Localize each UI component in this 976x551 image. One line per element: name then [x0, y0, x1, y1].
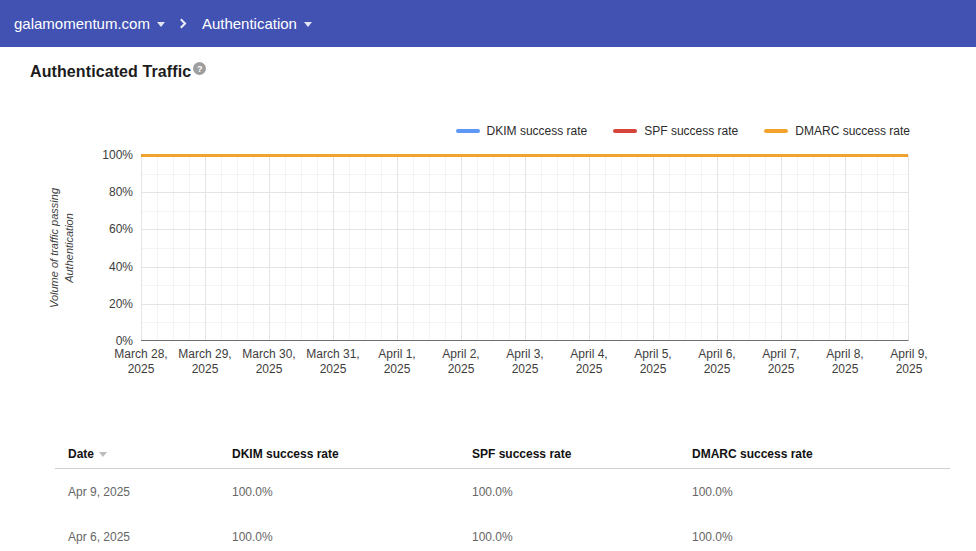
dmarc-legend-label: DMARC success rate	[795, 124, 910, 138]
caret-down-icon	[157, 22, 165, 27]
legend-item-spf: SPF success rate	[613, 124, 738, 138]
chart-legend: DKIM success rate SPF success rate DMARC…	[456, 124, 910, 138]
dmarc-series-line	[141, 154, 908, 157]
cell-date: Apr 9, 2025	[55, 485, 219, 499]
cell-spf: 100.0%	[459, 530, 679, 544]
dkim-legend-label: DKIM success rate	[487, 124, 588, 138]
cell-spf: 100.0%	[459, 485, 679, 499]
domain-selector-label: galamomentum.com	[14, 15, 150, 32]
postmaster-authentication-page: galamomentum.com Authentication Authenti…	[0, 0, 976, 551]
table-header-row: Date DKIM success rate SPF success rate …	[55, 440, 950, 469]
y-axis-tick-labels: 100% 80% 60% 40% 20% 0%	[0, 155, 133, 341]
dmarc-legend-swatch	[764, 129, 788, 133]
spf-legend-swatch	[613, 129, 637, 133]
cell-dmarc: 100.0%	[679, 485, 950, 499]
plot-area	[141, 155, 909, 341]
legend-item-dmarc: DMARC success rate	[764, 124, 910, 138]
sort-desc-icon	[99, 452, 107, 457]
x-tick: April 9,2025	[869, 347, 949, 377]
column-header-date[interactable]: Date	[55, 447, 219, 461]
y-tick-80: 80%	[0, 186, 133, 198]
help-icon[interactable]: ?	[193, 62, 206, 75]
cell-dkim: 100.0%	[219, 485, 459, 499]
section-selector-label: Authentication	[202, 15, 297, 32]
page-title: Authenticated Traffic	[30, 63, 191, 81]
cell-dmarc: 100.0%	[679, 530, 950, 544]
cell-dkim: 100.0%	[219, 530, 459, 544]
auth-results-table: Date DKIM success rate SPF success rate …	[55, 440, 950, 551]
domain-selector[interactable]: galamomentum.com	[14, 15, 165, 32]
legend-item-dkim: DKIM success rate	[456, 124, 588, 138]
y-tick-0: 0%	[0, 335, 133, 347]
caret-down-icon	[304, 22, 312, 27]
breadcrumb-chevron-icon	[176, 19, 186, 29]
x-axis-tick-labels: March 28,2025 March 29,2025 March 30,202…	[141, 347, 909, 379]
cell-date: Apr 6, 2025	[55, 530, 219, 544]
dkim-legend-swatch	[456, 129, 480, 133]
column-header-dkim: DKIM success rate	[219, 447, 459, 461]
column-header-spf: SPF success rate	[459, 447, 679, 461]
y-tick-20: 20%	[0, 298, 133, 310]
table-row: Apr 9, 2025 100.0% 100.0% 100.0%	[55, 469, 950, 514]
column-header-dmarc: DMARC success rate	[679, 447, 950, 461]
y-tick-40: 40%	[0, 261, 133, 273]
page-title-row: Authenticated Traffic ?	[30, 63, 206, 81]
y-tick-100: 100%	[0, 149, 133, 161]
spf-legend-label: SPF success rate	[644, 124, 738, 138]
table-row: Apr 6, 2025 100.0% 100.0% 100.0%	[55, 514, 950, 551]
top-nav-bar: galamomentum.com Authentication	[0, 0, 976, 47]
section-selector[interactable]: Authentication	[202, 15, 312, 32]
y-tick-60: 60%	[0, 223, 133, 235]
